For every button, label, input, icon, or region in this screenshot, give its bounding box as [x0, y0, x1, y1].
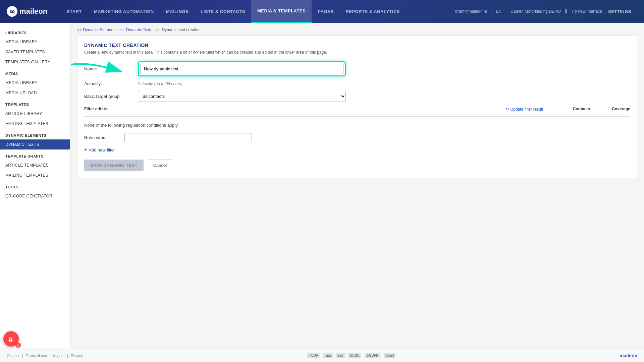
add-filter-link[interactable]: + Add new filter — [84, 147, 630, 153]
name-input-highlight — [138, 61, 346, 76]
nav-item-marketing-automation[interactable]: MARKETING AUTOMATION — [88, 0, 160, 23]
sidebar-section-libraries: LIBRARIES — [0, 26, 70, 37]
rule-output-label: Rule output: — [84, 135, 124, 140]
footer-contact-link[interactable]: Contact — [7, 354, 19, 358]
sidebar-section-template-drafts: TEMPLATE DRAFTS — [0, 149, 70, 160]
filter-criteria-header: Filter criteria — [84, 107, 314, 114]
footer-right: maileon — [620, 353, 637, 358]
save-dynamic-text-button[interactable]: SAVE DYNAMIC TEXT — [84, 160, 144, 171]
rule-output-row: Rule output: — [84, 133, 630, 142]
filter-none-text: None of the following regulation conditi… — [84, 120, 630, 130]
breadcrumb-link-dynamic-texts[interactable]: Dynamic Texts — [126, 27, 152, 32]
update-filter-label: Update filter result — [511, 107, 543, 112]
sidebar-item-media-library[interactable]: MEDIA LIBRARY — [0, 37, 70, 47]
sidebar-item-templates-gallery[interactable]: TEMPLATES GALLERY — [0, 57, 70, 67]
info-icon[interactable]: ℹ — [565, 8, 567, 15]
nav-item-reports-analytics[interactable]: REPORTS & ANALYTICS — [339, 0, 406, 23]
nav-item-lists-contacts[interactable]: LISTS & CONTACTS — [195, 0, 251, 23]
sidebar-section-media: MEDIA — [0, 67, 70, 78]
name-input[interactable] — [140, 64, 343, 74]
update-filter-link[interactable]: ↻ Update filter result — [505, 107, 543, 112]
form-row-name: Name: ↻ — [84, 61, 630, 76]
actuality-field: Actuality (up to 64 chars) — [138, 81, 630, 86]
user-lang-link[interactable]: EN — [496, 9, 502, 14]
coverage-col-header: Coverage — [590, 107, 630, 114]
refresh-small-icon: ↻ — [505, 107, 509, 112]
settings-button[interactable]: SETTINGS — [602, 0, 637, 23]
name-field-wrapper — [138, 61, 346, 76]
nav-item-media-templates[interactable]: MEDIA & TEMPLATES — [251, 0, 312, 23]
sidebar-item-saved-templates[interactable]: SAVED TEMPLATES — [0, 47, 70, 57]
topbar: ✉ maileon START MARKETING AUTOMATION MAI… — [0, 0, 644, 23]
footer-imprint-link[interactable]: Imprint — [53, 354, 65, 358]
footer-privacy-link[interactable]: Privacy — [71, 354, 83, 358]
footer: Contact | Terms of use | Imprint | Priva… — [0, 349, 644, 362]
sidebar-section-tools: TOOLS — [0, 180, 70, 191]
name-label: Name: — [84, 66, 138, 71]
page-subtitle: Create a new dynamic text in this area. … — [84, 50, 630, 55]
badge-ispa: ispa — [323, 353, 332, 358]
badge-csa: ✓CSA — [307, 353, 320, 358]
footer-terms-link[interactable]: Terms of use — [26, 354, 47, 358]
contacts-col-header: Contacts — [556, 107, 590, 114]
nav-item-start[interactable]: START — [61, 0, 88, 23]
breadcrumb-link-dynamic-elements[interactable]: Dynamic Elements — [83, 27, 116, 32]
filter-header: Filter criteria ↻ Update filter result C… — [84, 107, 630, 117]
cancel-button[interactable]: Cancel — [147, 160, 173, 171]
nav-item-pages[interactable]: PAGES — [312, 0, 339, 23]
user-email: bram@maileon.nl — [455, 9, 487, 14]
try-new-interface-link[interactable]: Try new interface — [571, 9, 602, 14]
sidebar-item-qr-code-generator[interactable]: QR-CODE GENERATOR — [0, 191, 70, 201]
breadcrumb-sep1: >> — [77, 27, 82, 32]
actuality-label: Actuality: — [84, 81, 138, 86]
nav-item-mailings[interactable]: MAILINGS — [160, 0, 195, 23]
footer-badges: ✓CSA ispa eco ☑ ISO ⊙GDPR ☑cert — [307, 353, 396, 358]
sidebar-item-media-upload[interactable]: MEDIA UPLOAD — [0, 88, 70, 98]
sidebar-section-dynamic-elements: DYNAMIC ELEMENTS — [0, 129, 70, 139]
form-row-actuality: Actuality: Actuality (up to 64 chars) — [84, 81, 630, 86]
basic-target-group-label: Basic target group: — [84, 94, 138, 99]
footer-logo: maileon — [620, 353, 637, 358]
sidebar: LIBRARIES MEDIA LIBRARY SAVED TEMPLATES … — [0, 23, 70, 349]
breadcrumb: >> Dynamic Elements >> Dynamic Texts >> … — [70, 23, 644, 36]
sidebar-item-media-library-2[interactable]: MEDIA LIBRARY — [0, 78, 70, 88]
breadcrumb-current: Dynamic text creation — [162, 27, 201, 32]
rule-output-input[interactable] — [124, 133, 252, 142]
logo-icon: ✉ — [7, 6, 17, 17]
grader-letter: g. — [8, 336, 14, 343]
sidebar-item-dynamic-texts[interactable]: DYNAMIC TEXTS — [0, 139, 70, 149]
badge-cert: ☑cert — [384, 353, 396, 358]
badge-iso: ☑ ISO — [348, 353, 361, 358]
sidebar-item-mailing-templates[interactable]: MAILING TEMPLATES — [0, 119, 70, 129]
badge-eco: eco — [336, 353, 345, 358]
footer-left: Contact | Terms of use | Imprint | Priva… — [7, 354, 83, 358]
form-row-basic-target-group: Basic target group: all contacts ? — [84, 91, 630, 102]
main-layout: LIBRARIES MEDIA LIBRARY SAVED TEMPLATES … — [0, 23, 644, 349]
user-org-link[interactable]: Damen Motorkleding DEMO — [511, 9, 561, 14]
basic-target-group-field: all contacts — [138, 91, 346, 102]
grader-badge: 1 — [15, 343, 21, 348]
main-content: >> Dynamic Elements >> Dynamic Texts >> … — [70, 23, 644, 349]
button-row: SAVE DYNAMIC TEXT Cancel — [84, 160, 630, 171]
sidebar-item-article-templates[interactable]: ARTICLE TEMPLATES — [0, 160, 70, 170]
sidebar-item-article-library[interactable]: ARTICLE LIBRARY — [0, 109, 70, 119]
sidebar-section-templates: TEMPLATES — [0, 98, 70, 109]
sidebar-item-mailing-templates-2[interactable]: MAILING TEMPLATES — [0, 170, 70, 180]
filter-section: Filter criteria ↻ Update filter result C… — [84, 107, 630, 171]
badge-gdpr: ⊙GDPR — [365, 353, 380, 358]
top-nav: START MARKETING AUTOMATION MAILINGS LIST… — [61, 0, 455, 23]
page-section: DYNAMIC TEXT CREATION Create a new dynam… — [77, 36, 637, 178]
annotation-arrow — [61, 58, 135, 85]
logo-text: maileon — [19, 7, 47, 16]
topbar-right: bram@maileon.nl | EN | Damen Motorkledin… — [455, 8, 602, 15]
add-filter-label: Add new filter — [89, 147, 115, 153]
basic-target-group-select[interactable]: all contacts — [138, 91, 346, 102]
plus-icon: + — [84, 147, 87, 153]
actuality-text: Actuality (up to 64 chars) — [138, 81, 182, 86]
page-title: DYNAMIC TEXT CREATION — [84, 43, 630, 48]
logo[interactable]: ✉ maileon — [7, 6, 47, 17]
